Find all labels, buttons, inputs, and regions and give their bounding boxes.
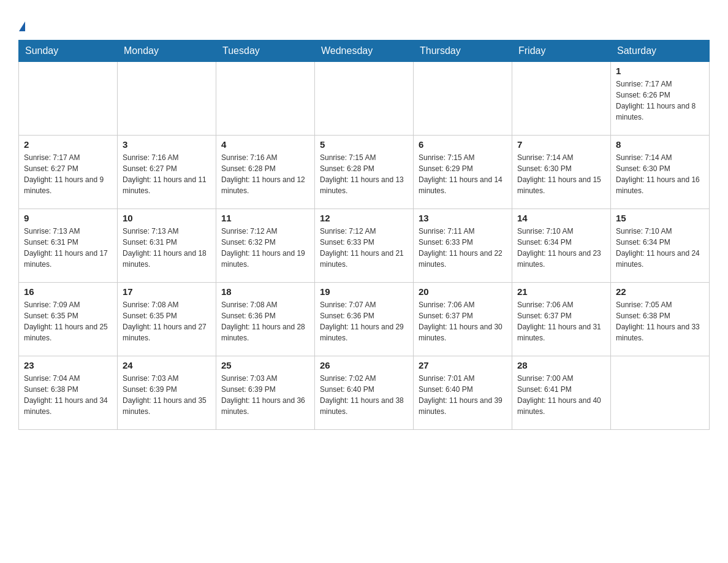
day-info: Sunrise: 7:16 AM Sunset: 6:27 PM Dayligh… (123, 152, 211, 196)
day-of-week-header: Wednesday (315, 40, 414, 61)
day-info: Sunrise: 7:15 AM Sunset: 6:29 PM Dayligh… (419, 152, 507, 196)
day-number: 13 (419, 213, 507, 223)
day-info: Sunrise: 7:10 AM Sunset: 6:34 PM Dayligh… (616, 226, 704, 270)
day-info: Sunrise: 7:02 AM Sunset: 6:40 PM Dayligh… (320, 373, 408, 417)
day-number: 15 (616, 213, 704, 223)
day-info: Sunrise: 7:04 AM Sunset: 6:38 PM Dayligh… (24, 373, 112, 417)
day-number: 23 (24, 360, 112, 370)
calendar-day-cell: 6Sunrise: 7:15 AM Sunset: 6:29 PM Daylig… (414, 135, 512, 209)
calendar-day-cell (315, 61, 414, 135)
calendar-day-cell: 10Sunrise: 7:13 AM Sunset: 6:31 PM Dayli… (118, 209, 216, 282)
calendar-day-cell: 8Sunrise: 7:14 AM Sunset: 6:30 PM Daylig… (611, 135, 710, 209)
day-info: Sunrise: 7:13 AM Sunset: 6:31 PM Dayligh… (123, 226, 211, 270)
calendar-day-cell: 25Sunrise: 7:03 AM Sunset: 6:39 PM Dayli… (216, 356, 315, 429)
day-info: Sunrise: 7:03 AM Sunset: 6:39 PM Dayligh… (123, 373, 211, 417)
day-info: Sunrise: 7:06 AM Sunset: 6:37 PM Dayligh… (419, 299, 507, 343)
calendar-day-cell: 16Sunrise: 7:09 AM Sunset: 6:35 PM Dayli… (19, 282, 118, 356)
calendar-day-cell: 1Sunrise: 7:17 AM Sunset: 6:26 PM Daylig… (611, 61, 710, 135)
day-info: Sunrise: 7:14 AM Sunset: 6:30 PM Dayligh… (517, 152, 605, 196)
calendar-day-cell: 20Sunrise: 7:06 AM Sunset: 6:37 PM Dayli… (414, 282, 512, 356)
day-info: Sunrise: 7:06 AM Sunset: 6:37 PM Dayligh… (517, 299, 605, 343)
calendar-day-cell (611, 356, 710, 429)
day-number: 21 (517, 286, 605, 297)
day-info: Sunrise: 7:05 AM Sunset: 6:38 PM Dayligh… (616, 299, 704, 343)
day-number: 10 (123, 213, 211, 223)
day-number: 26 (320, 360, 408, 370)
calendar-day-cell: 7Sunrise: 7:14 AM Sunset: 6:30 PM Daylig… (512, 135, 611, 209)
day-number: 1 (616, 66, 704, 76)
day-number: 24 (123, 360, 211, 370)
day-info: Sunrise: 7:12 AM Sunset: 6:33 PM Dayligh… (320, 226, 408, 270)
calendar-day-cell: 23Sunrise: 7:04 AM Sunset: 6:38 PM Dayli… (19, 356, 118, 429)
calendar-day-cell: 18Sunrise: 7:08 AM Sunset: 6:36 PM Dayli… (216, 282, 315, 356)
day-info: Sunrise: 7:03 AM Sunset: 6:39 PM Dayligh… (221, 373, 309, 417)
day-of-week-header: Tuesday (216, 40, 315, 61)
day-of-week-header: Sunday (19, 40, 118, 61)
calendar-day-cell: 22Sunrise: 7:05 AM Sunset: 6:38 PM Dayli… (611, 282, 710, 356)
calendar-day-cell: 28Sunrise: 7:00 AM Sunset: 6:41 PM Dayli… (512, 356, 611, 429)
day-info: Sunrise: 7:17 AM Sunset: 6:27 PM Dayligh… (24, 152, 112, 196)
calendar-day-cell: 3Sunrise: 7:16 AM Sunset: 6:27 PM Daylig… (118, 135, 216, 209)
day-of-week-header: Thursday (414, 40, 512, 61)
day-number: 16 (24, 286, 112, 297)
day-of-week-header: Friday (512, 40, 611, 61)
day-info: Sunrise: 7:15 AM Sunset: 6:28 PM Dayligh… (320, 152, 408, 196)
day-number: 8 (616, 139, 704, 150)
day-info: Sunrise: 7:11 AM Sunset: 6:33 PM Dayligh… (419, 226, 507, 270)
day-number: 11 (221, 213, 309, 223)
day-number: 19 (320, 286, 408, 297)
day-number: 22 (616, 286, 704, 297)
calendar-day-cell (118, 61, 216, 135)
calendar-day-cell: 17Sunrise: 7:08 AM Sunset: 6:35 PM Dayli… (118, 282, 216, 356)
day-info: Sunrise: 7:08 AM Sunset: 6:35 PM Dayligh… (123, 299, 211, 343)
calendar-week-row: 23Sunrise: 7:04 AM Sunset: 6:38 PM Dayli… (19, 356, 710, 429)
calendar-day-cell: 11Sunrise: 7:12 AM Sunset: 6:32 PM Dayli… (216, 209, 315, 282)
day-info: Sunrise: 7:12 AM Sunset: 6:32 PM Dayligh… (221, 226, 309, 270)
calendar-table: SundayMondayTuesdayWednesdayThursdayFrid… (18, 40, 710, 430)
calendar-day-cell: 27Sunrise: 7:01 AM Sunset: 6:40 PM Dayli… (414, 356, 512, 429)
calendar-day-cell: 15Sunrise: 7:10 AM Sunset: 6:34 PM Dayli… (611, 209, 710, 282)
calendar-day-cell: 24Sunrise: 7:03 AM Sunset: 6:39 PM Dayli… (118, 356, 216, 429)
day-of-week-header: Saturday (611, 40, 710, 61)
calendar-day-cell (512, 61, 611, 135)
day-number: 7 (517, 139, 605, 150)
day-info: Sunrise: 7:00 AM Sunset: 6:41 PM Dayligh… (517, 373, 605, 417)
day-of-week-header: Monday (118, 40, 216, 61)
day-info: Sunrise: 7:01 AM Sunset: 6:40 PM Dayligh… (419, 373, 507, 417)
calendar-day-cell: 12Sunrise: 7:12 AM Sunset: 6:33 PM Dayli… (315, 209, 414, 282)
day-info: Sunrise: 7:14 AM Sunset: 6:30 PM Dayligh… (616, 152, 704, 196)
calendar-day-cell: 4Sunrise: 7:16 AM Sunset: 6:28 PM Daylig… (216, 135, 315, 209)
calendar-day-cell: 19Sunrise: 7:07 AM Sunset: 6:36 PM Dayli… (315, 282, 414, 356)
calendar-week-row: 9Sunrise: 7:13 AM Sunset: 6:31 PM Daylig… (19, 209, 710, 282)
calendar-week-row: 1Sunrise: 7:17 AM Sunset: 6:26 PM Daylig… (19, 61, 710, 135)
calendar-day-cell: 2Sunrise: 7:17 AM Sunset: 6:27 PM Daylig… (19, 135, 118, 209)
calendar-week-row: 2Sunrise: 7:17 AM Sunset: 6:27 PM Daylig… (19, 135, 710, 209)
logo (18, 18, 25, 34)
day-number: 5 (320, 139, 408, 150)
day-info: Sunrise: 7:16 AM Sunset: 6:28 PM Dayligh… (221, 152, 309, 196)
day-number: 2 (24, 139, 112, 150)
calendar-day-cell (216, 61, 315, 135)
day-number: 28 (517, 360, 605, 370)
day-number: 18 (221, 286, 309, 297)
day-number: 17 (123, 286, 211, 297)
page-header (18, 12, 710, 34)
calendar-day-cell: 5Sunrise: 7:15 AM Sunset: 6:28 PM Daylig… (315, 135, 414, 209)
day-info: Sunrise: 7:08 AM Sunset: 6:36 PM Dayligh… (221, 299, 309, 343)
calendar-day-cell (414, 61, 512, 135)
day-number: 12 (320, 213, 408, 223)
calendar-header-row: SundayMondayTuesdayWednesdayThursdayFrid… (19, 40, 710, 61)
day-number: 3 (123, 139, 211, 150)
calendar-day-cell: 13Sunrise: 7:11 AM Sunset: 6:33 PM Dayli… (414, 209, 512, 282)
calendar-day-cell (19, 61, 118, 135)
day-number: 9 (24, 213, 112, 223)
day-info: Sunrise: 7:09 AM Sunset: 6:35 PM Dayligh… (24, 299, 112, 343)
day-info: Sunrise: 7:17 AM Sunset: 6:26 PM Dayligh… (616, 79, 704, 123)
day-info: Sunrise: 7:13 AM Sunset: 6:31 PM Dayligh… (24, 226, 112, 270)
calendar-day-cell: 21Sunrise: 7:06 AM Sunset: 6:37 PM Dayli… (512, 282, 611, 356)
day-number: 14 (517, 213, 605, 223)
day-info: Sunrise: 7:10 AM Sunset: 6:34 PM Dayligh… (517, 226, 605, 270)
calendar-day-cell: 9Sunrise: 7:13 AM Sunset: 6:31 PM Daylig… (19, 209, 118, 282)
day-info: Sunrise: 7:07 AM Sunset: 6:36 PM Dayligh… (320, 299, 408, 343)
calendar-week-row: 16Sunrise: 7:09 AM Sunset: 6:35 PM Dayli… (19, 282, 710, 356)
